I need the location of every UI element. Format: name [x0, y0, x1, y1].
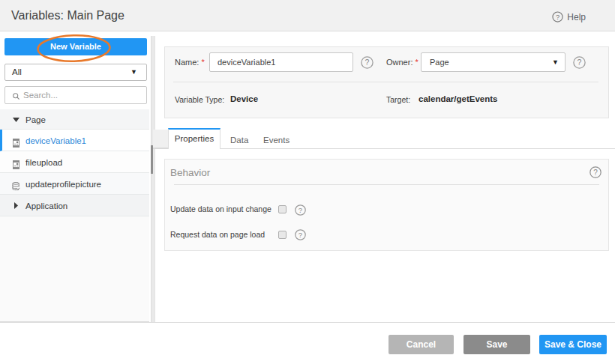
svg-text:?: ?	[298, 231, 302, 239]
svg-text:?: ?	[556, 13, 560, 21]
svg-text:?: ?	[365, 58, 370, 67]
svg-text:?: ?	[298, 206, 302, 214]
svg-text:?: ?	[578, 58, 582, 67]
svg-text:?: ?	[593, 169, 598, 177]
